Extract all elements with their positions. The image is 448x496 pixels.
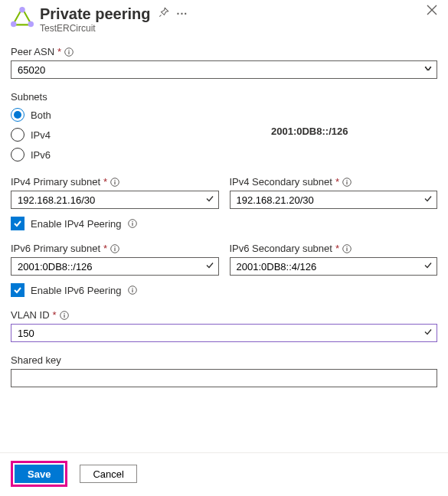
info-icon[interactable] <box>110 244 119 253</box>
svg-rect-14 <box>132 223 132 226</box>
info-icon[interactable] <box>128 219 137 228</box>
save-button[interactable]: Save <box>15 465 64 483</box>
peer-asn-label: Peer ASN <box>11 46 54 57</box>
radio-icon <box>11 128 25 142</box>
subnets-radio-both[interactable]: Both <box>11 106 437 124</box>
enable-ipv4-checkbox[interactable]: Enable IPv4 Peering <box>11 217 437 230</box>
svg-point-1 <box>19 7 25 13</box>
required-indicator: * <box>103 176 107 188</box>
svg-rect-26 <box>64 315 64 318</box>
info-icon[interactable] <box>110 178 119 187</box>
ipv6-hint-text: 2001:0DB8::/126 <box>271 126 348 137</box>
ipv6-secondary-input[interactable] <box>230 257 438 276</box>
svg-rect-8 <box>115 181 116 184</box>
subnets-label: Subnets <box>11 91 47 103</box>
checkbox-checked-icon <box>11 283 25 297</box>
ipv6-primary-label: IPv6 Primary subnet <box>11 243 100 254</box>
required-indicator: * <box>103 243 107 254</box>
svg-rect-15 <box>132 221 132 222</box>
enable-ipv6-checkbox[interactable]: Enable IPv6 Peering <box>11 283 437 297</box>
cancel-button[interactable]: Cancel <box>80 465 136 483</box>
svg-rect-18 <box>115 246 116 247</box>
vlan-id-label: VLAN ID <box>11 309 50 321</box>
subnets-radio-ipv6[interactable]: IPv6 <box>11 145 437 164</box>
info-icon[interactable] <box>64 47 74 57</box>
radio-icon <box>11 108 25 122</box>
peering-service-icon <box>11 6 34 29</box>
svg-rect-20 <box>346 248 347 251</box>
required-indicator: * <box>53 309 57 321</box>
blade-header: Private peering ··· TestERCircuit <box>11 0 437 46</box>
checkbox-label: Enable IPv4 Peering <box>31 218 122 230</box>
svg-point-3 <box>11 21 17 28</box>
subnets-radio-ipv4[interactable]: IPv4 2001:0DB8::/126 <box>11 126 437 144</box>
annotation-highlight: Save <box>11 461 67 487</box>
shared-key-input[interactable] <box>11 369 437 387</box>
svg-rect-24 <box>132 288 132 289</box>
svg-rect-5 <box>69 51 70 54</box>
blade-title: Private peering <box>40 5 151 23</box>
ipv4-primary-input[interactable] <box>11 191 219 209</box>
svg-rect-9 <box>115 180 116 181</box>
blade-footer: Save Cancel <box>0 452 448 496</box>
svg-rect-21 <box>346 246 347 247</box>
radio-label: Both <box>31 109 51 121</box>
radio-label: IPv4 <box>31 129 51 141</box>
vlan-id-input[interactable] <box>11 324 437 342</box>
svg-point-2 <box>28 21 34 28</box>
info-icon[interactable] <box>342 244 352 253</box>
pin-icon[interactable] <box>159 5 169 23</box>
ipv4-secondary-label: IPv4 Secondary subnet <box>230 176 332 188</box>
radio-icon <box>11 148 25 162</box>
radio-label: IPv6 <box>31 149 51 161</box>
checkbox-label: Enable IPv6 Peering <box>31 285 122 296</box>
shared-key-label: Shared key <box>11 354 61 366</box>
info-icon[interactable] <box>60 311 69 320</box>
svg-rect-23 <box>132 289 132 292</box>
svg-rect-11 <box>346 181 347 184</box>
svg-rect-6 <box>69 50 70 51</box>
required-indicator: * <box>335 176 339 188</box>
required-indicator: * <box>57 46 61 57</box>
checkbox-checked-icon <box>11 217 25 230</box>
ipv4-primary-label: IPv4 Primary subnet <box>11 176 100 188</box>
svg-rect-12 <box>346 180 347 181</box>
close-icon[interactable] <box>427 5 437 18</box>
info-icon[interactable] <box>342 178 352 187</box>
svg-rect-27 <box>64 313 64 314</box>
ipv6-primary-input[interactable] <box>11 257 219 276</box>
ipv6-secondary-label: IPv6 Secondary subnet <box>230 243 332 254</box>
peer-asn-input[interactable] <box>11 60 437 79</box>
info-icon[interactable] <box>128 286 137 295</box>
blade-subtitle: TestERCircuit <box>40 23 437 34</box>
required-indicator: * <box>335 243 339 254</box>
more-icon[interactable]: ··· <box>177 5 188 23</box>
svg-rect-17 <box>115 248 116 251</box>
ipv4-secondary-input[interactable] <box>230 191 438 209</box>
